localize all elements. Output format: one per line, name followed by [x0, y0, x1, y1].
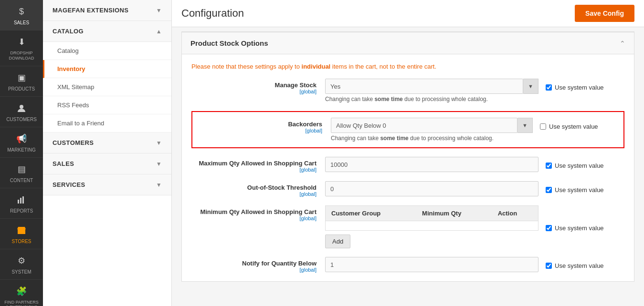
nav-item-email-friend[interactable]: Email to a Friend	[43, 114, 171, 133]
min-qty-label: Minimum Qty Allowed in Shopping Cart	[191, 208, 317, 215]
manage-stock-select[interactable]: Yes No	[325, 79, 523, 94]
backorders-row: Backorders [global] Allow Qty Below 0 No…	[191, 111, 624, 148]
backorders-label: Backorders	[197, 121, 322, 128]
col-customer-group: Customer Group	[326, 206, 417, 221]
main-content: Product Stock Options ⌃ Please note that…	[172, 27, 644, 306]
main-area: Configuration Save Config Product Stock …	[172, 0, 644, 306]
nav-item-inventory[interactable]: Inventory	[43, 60, 171, 78]
backorders-arrow[interactable]: ▼	[517, 118, 533, 133]
out-of-stock-control: Use system value	[325, 181, 624, 196]
min-qty-control: Customer Group Minimum Qty Action	[325, 205, 624, 248]
section-title: Product Stock Options	[190, 39, 268, 47]
svg-rect-2	[20, 198, 21, 204]
notify-qty-use-system: Use system value	[538, 260, 624, 269]
min-qty-use-system: Use system value	[538, 222, 624, 232]
nav-section-sales[interactable]: SALES ▼	[43, 153, 171, 174]
max-qty-label: Maximum Qty Allowed in Shopping Cart	[191, 160, 317, 167]
chevron-down-icon-services: ▼	[156, 182, 162, 188]
nav-section-magefan[interactable]: MAGEFAN EXTENSIONS ▼	[43, 0, 171, 21]
out-of-stock-input[interactable]	[325, 181, 538, 196]
col-action: Action	[492, 206, 538, 221]
backorders-label-col: Backorders [global]	[197, 118, 331, 133]
min-qty-row: Minimum Qty Allowed in Shopping Cart [gl…	[191, 205, 624, 248]
out-of-stock-checkbox[interactable]	[546, 187, 552, 193]
chevron-down-icon-customers: ▼	[156, 140, 162, 146]
manage-stock-use-system: Use system value	[538, 82, 624, 91]
notify-qty-row: Notify for Quantity Below [global] Use s…	[191, 257, 624, 273]
sidebar-item-dropship[interactable]: ⬇ DROPSHIPDOWNLOAD	[0, 31, 43, 66]
out-of-stock-sublabel: [global]	[191, 191, 317, 197]
nav-section-customers[interactable]: CUSTOMERS ▼	[43, 133, 171, 153]
sidebar-item-content[interactable]: ▤ CONTENT	[0, 158, 43, 188]
stores-icon	[15, 224, 28, 237]
min-qty-table: Customer Group Minimum Qty Action	[325, 205, 538, 231]
min-qty-sublabel: [global]	[191, 215, 317, 221]
collapse-icon: ⌃	[620, 40, 625, 47]
chevron-down-icon: ▼	[156, 7, 162, 14]
out-of-stock-label: Out-of-Stock Threshold	[191, 184, 317, 191]
sidebar-item-marketing[interactable]: 📢 MARKETING	[0, 127, 43, 158]
manage-stock-row: Manage Stock [global] Yes No ▼	[191, 79, 624, 102]
svg-rect-5	[20, 231, 23, 234]
out-of-stock-label-col: Out-of-Stock Threshold [global]	[191, 181, 325, 197]
notify-qty-input[interactable]	[325, 257, 538, 272]
nav-section-services[interactable]: SERVICES ▼	[43, 174, 171, 195]
info-text: Please note that these settings apply to…	[191, 63, 624, 70]
section-title-bar[interactable]: Product Stock Options ⌃	[182, 32, 634, 54]
backorders-hint: Changing can take some time due to proce…	[331, 135, 494, 142]
product-stock-options-section: Product Stock Options ⌃ Please note that…	[181, 32, 634, 282]
sidebar-item-findpartners[interactable]: 🧩 FIND PARTNERS& EXTENSIONS	[0, 280, 43, 306]
max-qty-row: Maximum Qty Allowed in Shopping Cart [gl…	[191, 157, 624, 173]
manage-stock-arrow[interactable]: ▼	[523, 79, 538, 94]
out-of-stock-use-system: Use system value	[538, 184, 624, 194]
products-icon: ▣	[15, 71, 28, 84]
manage-stock-sublabel: [global]	[191, 89, 317, 94]
chevron-down-icon-sales: ▼	[156, 161, 162, 167]
backorders-checkbox[interactable]	[540, 123, 546, 130]
sidebar-item-sales[interactable]: $ SALES	[0, 0, 43, 31]
notify-qty-checkbox[interactable]	[546, 263, 552, 269]
add-button[interactable]: Add	[325, 235, 350, 248]
max-qty-control: Use system value	[325, 157, 624, 172]
manage-stock-checkbox[interactable]	[546, 84, 552, 91]
sidebar-item-reports[interactable]: REPORTS	[0, 188, 43, 219]
manage-stock-label: Manage Stock	[191, 82, 317, 89]
backorders-select-wrapper: Allow Qty Below 0 No Backorders Allow Qt…	[331, 118, 533, 133]
reports-icon	[15, 193, 28, 206]
notify-qty-label: Notify for Quantity Below	[191, 260, 317, 267]
sidebar-item-customers[interactable]: CUSTOMERS	[0, 97, 43, 127]
nav-section-catalog[interactable]: CATALOG ▲	[43, 21, 171, 42]
chevron-up-icon: ▲	[156, 28, 162, 35]
svg-point-0	[20, 105, 23, 109]
manage-stock-hint: Changing can take some time due to proce…	[325, 96, 488, 102]
manage-stock-select-wrapper: Yes No ▼	[325, 79, 538, 94]
sidebar-item-products[interactable]: ▣ PRODUCTS	[0, 66, 43, 97]
nav-item-catalog[interactable]: Catalog	[43, 42, 171, 60]
nav-sidebar: MAGEFAN EXTENSIONS ▼ CATALOG ▲ Catalog I…	[43, 0, 172, 306]
backorders-use-system: Use system value	[533, 121, 619, 130]
system-icon: ⚙	[15, 254, 28, 267]
findpartners-icon: 🧩	[15, 285, 28, 298]
sidebar-item-system[interactable]: ⚙ SYSTEM	[0, 249, 43, 280]
max-qty-input[interactable]	[325, 157, 538, 172]
nav-item-rss-feeds[interactable]: RSS Feeds	[43, 96, 171, 114]
notify-qty-label-col: Notify for Quantity Below [global]	[191, 257, 325, 273]
backorders-sublabel: [global]	[197, 128, 322, 133]
min-qty-checkbox[interactable]	[546, 225, 552, 231]
backorders-select[interactable]: Allow Qty Below 0 No Backorders Allow Qt…	[331, 118, 517, 133]
marketing-icon: 📢	[15, 132, 28, 145]
save-config-button[interactable]: Save Config	[575, 5, 634, 22]
content-icon: ▤	[15, 163, 28, 176]
sidebar-item-stores[interactable]: STORES	[0, 219, 43, 249]
max-qty-use-system: Use system value	[538, 160, 624, 169]
out-of-stock-row: Out-of-Stock Threshold [global] Use syst…	[191, 181, 624, 197]
nav-item-xml-sitemap[interactable]: XML Sitemap	[43, 78, 171, 96]
page-title: Configuration	[181, 7, 244, 20]
max-qty-checkbox[interactable]	[546, 163, 552, 169]
svg-rect-3	[22, 196, 24, 204]
max-qty-sublabel: [global]	[191, 167, 317, 173]
notify-qty-control: Use system value	[325, 257, 624, 272]
notify-qty-sublabel: [global]	[191, 267, 317, 273]
customers-icon	[15, 102, 28, 115]
min-qty-label-col: Minimum Qty Allowed in Shopping Cart [gl…	[191, 205, 325, 221]
